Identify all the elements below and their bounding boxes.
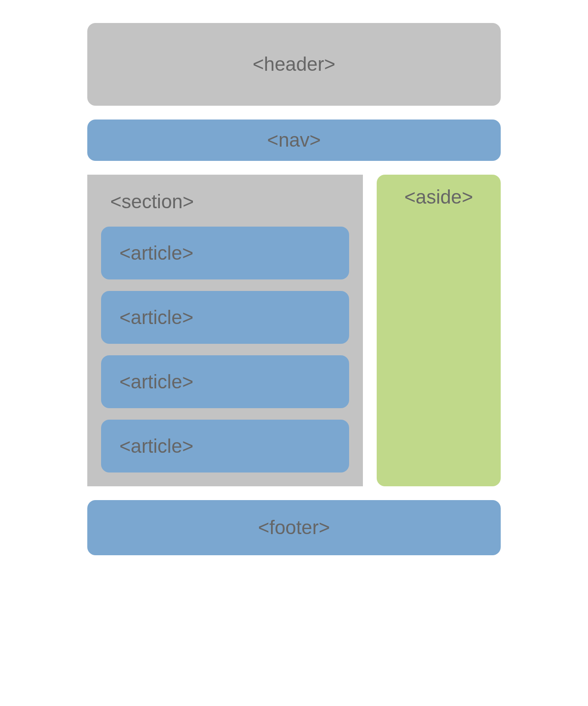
article-label: <article> [119, 307, 193, 329]
aside-block: <aside> [377, 175, 501, 486]
aside-label: <aside> [404, 186, 473, 208]
section-label: <section> [101, 188, 349, 215]
article-label: <article> [119, 242, 193, 264]
article-block: <article> [101, 420, 349, 473]
section-block: <section> <article> <article> <article> … [87, 175, 363, 486]
article-block: <article> [101, 355, 349, 408]
html5-layout-diagram: <header> <nav> <section> <article> <arti… [87, 23, 501, 555]
article-label: <article> [119, 435, 193, 457]
article-label: <article> [119, 371, 193, 393]
article-block: <article> [101, 227, 349, 279]
nav-label: <nav> [267, 129, 321, 151]
footer-block: <footer> [87, 500, 501, 555]
footer-label: <footer> [258, 517, 330, 539]
article-block: <article> [101, 291, 349, 344]
nav-block: <nav> [87, 120, 501, 161]
main-content-row: <section> <article> <article> <article> … [87, 175, 501, 486]
header-label: <header> [253, 53, 335, 75]
header-block: <header> [87, 23, 501, 106]
